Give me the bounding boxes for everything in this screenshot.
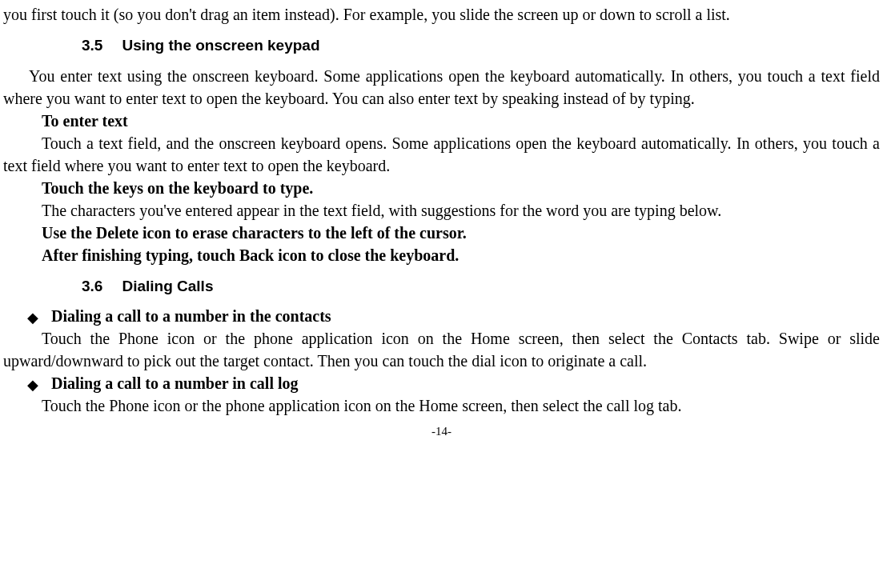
bullet-calllog-label: Dialing a call to a number in call log xyxy=(51,372,299,394)
bullet-contacts-label: Dialing a call to a number in the contac… xyxy=(51,305,331,327)
heading-enter-text: To enter text xyxy=(3,110,880,132)
section-3-5-heading: 3.5Using the onscreen keypad xyxy=(82,35,880,57)
page-number: -14- xyxy=(3,423,880,440)
bullet-calllog: ◆ Dialing a call to a number in call log xyxy=(3,372,880,394)
heading-after: After finishing typing, touch Back icon … xyxy=(3,244,880,266)
section-3-6-title: Dialing Calls xyxy=(122,278,213,294)
section-3-5-num: 3.5 xyxy=(82,35,102,57)
diamond-icon: ◆ xyxy=(27,378,38,392)
heading-touch-keys: Touch the keys on the keyboard to type. xyxy=(3,177,880,199)
section-3-5-p1: You enter text using the onscreen keyboa… xyxy=(3,65,880,110)
section-3-6-heading: 3.6Dialing Calls xyxy=(82,276,880,298)
section-3-6-num: 3.6 xyxy=(82,276,102,298)
heading-delete: Use the Delete icon to erase characters … xyxy=(3,222,880,244)
intro-fragment: you first touch it (so you don't drag an… xyxy=(3,3,880,26)
bullet-contacts: ◆ Dialing a call to a number in the cont… xyxy=(3,305,880,327)
para-enter-text: Touch a text field, and the onscreen key… xyxy=(3,132,880,177)
section-3-5-title: Using the onscreen keypad xyxy=(122,37,319,54)
bullet-contacts-text: Touch the Phone icon or the phone applic… xyxy=(3,327,880,372)
bullet-calllog-text: Touch the Phone icon or the phone applic… xyxy=(3,394,880,417)
para-touch-keys: The characters you've entered appear in … xyxy=(3,199,880,222)
diamond-icon: ◆ xyxy=(27,310,38,325)
